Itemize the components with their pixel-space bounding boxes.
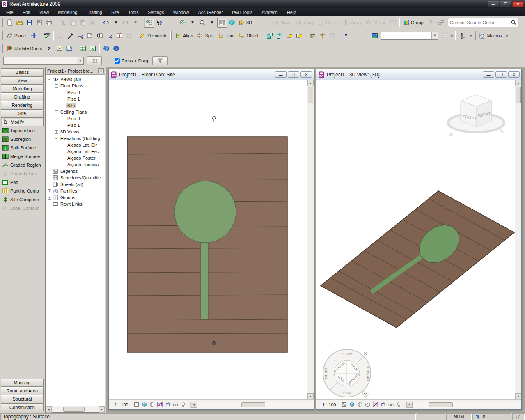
maximize-button[interactable]: ❐ <box>500 1 511 7</box>
tree-item-floor-plans[interactable]: −Floor Plans <box>46 83 105 89</box>
tree-item-legends[interactable]: Legends <box>46 168 105 174</box>
ungroup-button[interactable] <box>436 18 446 28</box>
tool-property-line[interactable]: Property Line <box>1 169 44 178</box>
spelling-button[interactable]: ABC <box>42 31 52 41</box>
view-scale[interactable]: 1 : 100 <box>115 402 128 407</box>
panel-right-button[interactable] <box>95 31 105 41</box>
scroll-up-icon[interactable]: ▲ <box>307 80 314 86</box>
crop-region-icon[interactable] <box>164 401 172 409</box>
toolbar-grip[interactable] <box>2 31 3 40</box>
view-3d-titlebar[interactable]: RVT Project1 - 3D View: {3D} ▬ ❐ ✕ <box>316 69 521 80</box>
menu-avatech[interactable]: Avatech <box>257 9 282 16</box>
crop-view-icon[interactable] <box>156 401 164 409</box>
close-icon[interactable]: ✕ <box>98 68 104 73</box>
tool-graded-region[interactable]: Graded Region <box>1 161 44 169</box>
demolish-hammer-button[interactable]: Demolish <box>138 31 169 41</box>
work-plane-button[interactable]: Plane <box>5 31 28 41</box>
toolbar-grip[interactable] <box>2 44 3 53</box>
tree-item-sheets-all-[interactable]: Sheets (all) <box>46 181 105 188</box>
tree-item-revit-links[interactable]: Revit Links <box>46 201 105 207</box>
sigma-button[interactable]: Σ <box>45 44 55 53</box>
toolbar-grip[interactable] <box>455 31 456 40</box>
menu-accurender[interactable]: AccuRender <box>194 9 228 16</box>
wall-join-1-button[interactable] <box>308 31 318 41</box>
book-button[interactable] <box>115 31 124 41</box>
menu-edit[interactable]: Edit <box>18 9 35 16</box>
menu-view[interactable]: View <box>35 9 54 16</box>
selection-filter[interactable]: :0 <box>472 413 511 420</box>
drop-arrow-button[interactable] <box>207 18 217 28</box>
macros-button[interactable]: Macros <box>478 31 504 41</box>
menu-help[interactable]: Help <box>282 9 301 16</box>
move-button[interactable]: Move <box>271 18 294 28</box>
design-tab-room-and-area[interactable]: Room and Area <box>1 387 44 395</box>
collapse-icon[interactable]: − <box>55 110 58 114</box>
tree-item-piso-0[interactable]: Piso 0 <box>46 115 105 122</box>
wheel-menu-icon[interactable] <box>362 391 368 397</box>
undo-button[interactable] <box>101 18 111 28</box>
close-button[interactable]: ✕ <box>508 71 520 78</box>
web-globe-button[interactable] <box>101 44 111 53</box>
vertical-scrollbar[interactable]: ▲ ▼ <box>307 80 314 399</box>
join-geometry-1-button[interactable] <box>265 31 275 41</box>
tree-item-ceiling-plans[interactable]: −Ceiling Plans <box>46 109 105 115</box>
tree-item-piso-0[interactable]: Piso 0 <box>46 89 105 96</box>
panel-left-button[interactable] <box>85 31 95 41</box>
subregion-circle-plan[interactable] <box>174 181 236 243</box>
viewcube-south[interactable]: S <box>448 131 454 138</box>
rotate-button[interactable]: Rotate <box>316 18 342 28</box>
table-export-button[interactable] <box>78 44 88 53</box>
design-tab-structural[interactable]: Structural <box>1 395 44 403</box>
menu-tools[interactable]: Tools <box>124 9 143 16</box>
model-graphics-icon[interactable] <box>348 401 356 409</box>
scroll-down-icon[interactable]: ▼ <box>307 393 314 399</box>
tool-toposurface[interactable]: Toposurface <box>1 126 44 135</box>
menu-modelling[interactable]: Modelling <box>53 9 82 16</box>
update-doors-button[interactable]: Update Doors <box>5 44 45 53</box>
tree-item-families[interactable]: +Families <box>46 188 105 194</box>
collapse-icon[interactable]: − <box>55 84 58 88</box>
linework-button[interactable] <box>341 31 351 41</box>
cube-3d-button[interactable] <box>227 18 237 28</box>
design-tab-construction[interactable]: Construction <box>1 403 44 411</box>
horizontal-scrollbar[interactable]: ◄ <box>190 402 314 408</box>
tool-subregion[interactable]: Subregion <box>1 135 44 143</box>
drop-arrow-button[interactable] <box>131 18 140 28</box>
close-button[interactable]: ✕ <box>300 71 312 78</box>
render-teapot-icon[interactable] <box>364 401 371 409</box>
align-button[interactable]: Align <box>174 31 195 41</box>
group-button[interactable]: Group <box>401 18 426 28</box>
copy-clipboard-button[interactable] <box>68 18 78 28</box>
crop-region-icon[interactable] <box>379 401 387 409</box>
wheel-pan[interactable]: PAN <box>343 391 351 395</box>
filter-button[interactable] <box>152 56 168 65</box>
reveal-hidden-icon[interactable] <box>387 401 395 409</box>
tool-split-surface[interactable]: Split Surface <box>1 143 44 152</box>
scroll-down-icon[interactable]: ▼ <box>515 393 521 399</box>
restore-button[interactable]: ❐ <box>288 71 299 78</box>
chevron-down-icon[interactable]: ▼ <box>77 57 83 64</box>
restore-button[interactable]: ❐ <box>495 71 507 78</box>
render-image-button[interactable] <box>440 31 449 41</box>
detail-check-icon[interactable] <box>340 401 348 409</box>
design-tab-massing[interactable]: Massing <box>1 379 44 387</box>
wheel-close-icon[interactable] <box>364 352 367 355</box>
grid-button[interactable] <box>28 31 38 41</box>
chevron-down-icon[interactable]: ▼ <box>431 32 438 39</box>
design-tab-modelling[interactable]: Modelling <box>1 85 44 93</box>
tree-item-schedules-quantitie[interactable]: Schedules/Quantitie <box>46 174 105 181</box>
crop-view-icon[interactable] <box>371 401 379 409</box>
dimension-button[interactable] <box>55 31 65 41</box>
help-circle-button[interactable]: ? <box>111 44 121 53</box>
shadows-icon[interactable] <box>356 401 364 409</box>
overflow-chevron-icon[interactable]: » <box>451 33 453 38</box>
paint-button[interactable] <box>105 31 115 41</box>
tree-item-piso-1[interactable]: Piso 1 <box>46 96 105 102</box>
overflow-chevron-icon[interactable]: » <box>470 33 472 38</box>
press-drag-checkbox[interactable] <box>115 58 120 64</box>
menu-drafting[interactable]: Drafting <box>82 9 107 16</box>
toolbar-grip[interactable] <box>475 31 476 40</box>
view-3d-canvas[interactable]: S E FRONT RIGHT <box>316 80 515 399</box>
tree-item-groups[interactable]: +Groups <box>46 194 105 201</box>
properties-button[interactable] <box>87 56 102 65</box>
